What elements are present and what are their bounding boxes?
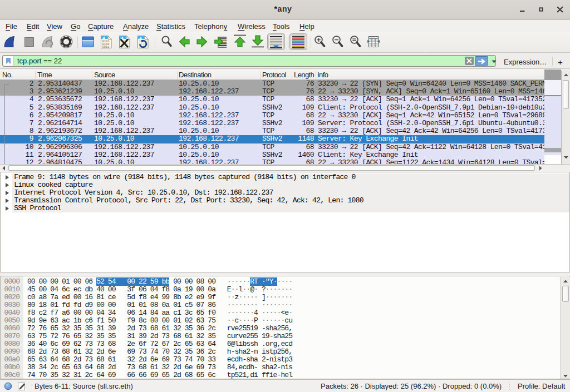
svg-text:0011: 0011 (102, 46, 110, 49)
